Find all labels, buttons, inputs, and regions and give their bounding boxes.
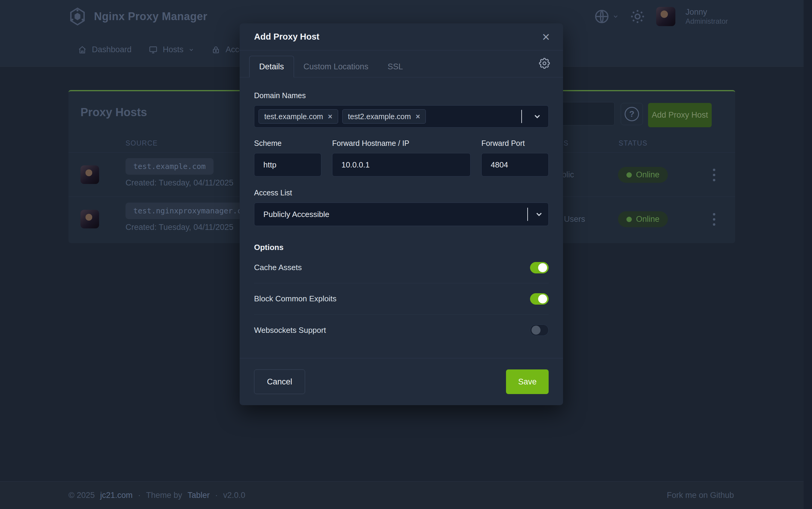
remove-tag-icon[interactable]: ×: [416, 112, 420, 121]
access-list-value: Publicly Accessible: [263, 210, 329, 219]
forward-hostname-input[interactable]: [332, 153, 470, 176]
domain-names-label: Domain Names: [254, 91, 549, 100]
chevron-down-icon[interactable]: [533, 112, 542, 121]
domain-tag: test.example.com ×: [259, 109, 338, 124]
access-list-select[interactable]: Publicly Accessible: [254, 203, 549, 226]
domain-tag-text: test2.example.com: [348, 112, 411, 121]
forward-port-label: Forward Port: [481, 139, 549, 148]
toggle-knob: [531, 326, 541, 335]
cache-assets-toggle[interactable]: [530, 262, 549, 273]
advanced-settings-button[interactable]: [538, 57, 551, 71]
save-button[interactable]: Save: [506, 369, 549, 394]
tab-details[interactable]: Details: [249, 56, 294, 77]
forward-port-input[interactable]: [481, 153, 549, 176]
option-row-cache-assets: Cache Assets: [254, 252, 549, 283]
app-screen: Nginx Proxy Manager Jonny Administrator: [0, 0, 812, 509]
options-heading: Options: [254, 243, 549, 252]
modal-body: Domain Names test.example.com × test2.ex…: [240, 77, 563, 346]
domain-names-input[interactable]: test.example.com × test2.example.com ×: [254, 105, 549, 128]
modal-tabs: Details Custom Locations SSL: [240, 50, 563, 77]
cancel-button[interactable]: Cancel: [254, 369, 305, 394]
option-label: Block Common Exploits: [254, 294, 337, 303]
add-proxy-host-dialog: Add Proxy Host × Details Custom Location…: [240, 24, 563, 405]
domain-tag-text: test.example.com: [264, 112, 323, 121]
chevron-down-icon[interactable]: [534, 210, 544, 219]
toggle-knob: [538, 263, 547, 272]
forward-hostname-label: Forward Hostname / IP: [332, 139, 470, 148]
block-common-exploits-toggle[interactable]: [530, 293, 549, 305]
domain-tag: test2.example.com ×: [342, 109, 426, 124]
access-list-label: Access List: [254, 189, 549, 197]
websockets-support-toggle[interactable]: [530, 325, 549, 336]
option-label: Cache Assets: [254, 263, 302, 272]
text-cursor: [521, 110, 522, 123]
option-label: Websockets Support: [254, 326, 326, 335]
text-cursor: [527, 208, 528, 221]
scheme-label: Scheme: [254, 139, 321, 148]
tab-custom-locations[interactable]: Custom Locations: [294, 56, 378, 77]
option-row-block-exploits: Block Common Exploits: [254, 283, 549, 314]
modal-title: Add Proxy Host: [254, 32, 320, 42]
gear-icon: [538, 57, 551, 70]
modal-footer: Cancel Save: [240, 358, 563, 405]
remove-tag-icon[interactable]: ×: [328, 112, 332, 121]
option-row-websockets: Websockets Support: [254, 314, 549, 346]
modal-header: Add Proxy Host ×: [240, 24, 563, 50]
scheme-input[interactable]: [254, 153, 321, 176]
toggle-knob: [538, 295, 547, 303]
tab-ssl[interactable]: SSL: [378, 56, 413, 77]
close-icon[interactable]: ×: [542, 30, 550, 43]
